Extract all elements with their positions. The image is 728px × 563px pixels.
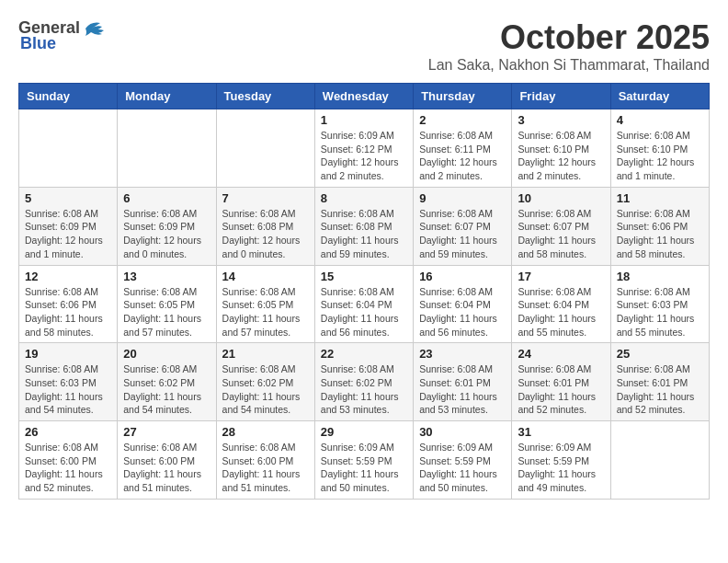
day-number: 19: [25, 347, 111, 361]
day-info: Sunrise: 6:08 AM Sunset: 6:10 PM Dayligh…: [518, 129, 604, 183]
weekday-header-wednesday: Wednesday: [314, 84, 413, 109]
day-info: Sunrise: 6:08 AM Sunset: 6:08 PM Dayligh…: [222, 207, 309, 261]
calendar-cell: [610, 421, 709, 500]
day-info: Sunrise: 6:08 AM Sunset: 6:01 PM Dayligh…: [419, 362, 506, 417]
day-number: 11: [617, 191, 703, 205]
day-number: 10: [518, 191, 604, 205]
day-info: Sunrise: 6:09 AM Sunset: 5:59 PM Dayligh…: [321, 441, 407, 495]
calendar-cell: 7Sunrise: 6:08 AM Sunset: 6:08 PM Daylig…: [216, 187, 314, 265]
day-info: Sunrise: 6:08 AM Sunset: 6:02 PM Dayligh…: [321, 362, 407, 417]
day-number: 23: [419, 347, 506, 361]
day-number: 3: [518, 113, 604, 127]
day-number: 21: [222, 347, 309, 361]
calendar-cell: 10Sunrise: 6:08 AM Sunset: 6:07 PM Dayli…: [512, 187, 610, 265]
calendar-cell: 2Sunrise: 6:08 AM Sunset: 6:11 PM Daylig…: [414, 109, 512, 188]
calendar-cell: 14Sunrise: 6:08 AM Sunset: 6:05 PM Dayli…: [216, 265, 314, 343]
calendar-cell: 11Sunrise: 6:08 AM Sunset: 6:06 PM Dayli…: [610, 187, 709, 265]
weekday-header-thursday: Thursday: [414, 84, 512, 109]
day-number: 7: [222, 191, 309, 205]
day-info: Sunrise: 6:09 AM Sunset: 5:59 PM Dayligh…: [419, 441, 506, 495]
calendar-table: SundayMondayTuesdayWednesdayThursdayFrid…: [18, 83, 710, 500]
day-number: 29: [321, 425, 407, 439]
day-info: Sunrise: 6:08 AM Sunset: 6:03 PM Dayligh…: [25, 362, 111, 417]
title-area: October 2025 Lan Saka, Nakhon Si Thammar…: [428, 18, 710, 74]
day-number: 14: [222, 270, 309, 283]
day-number: 28: [222, 425, 309, 439]
calendar-cell: 26Sunrise: 6:08 AM Sunset: 6:00 PM Dayli…: [19, 421, 118, 500]
calendar-cell: 27Sunrise: 6:08 AM Sunset: 6:00 PM Dayli…: [118, 421, 216, 500]
calendar-cell: 1Sunrise: 6:09 AM Sunset: 6:12 PM Daylig…: [314, 109, 413, 188]
day-number: 24: [518, 347, 604, 361]
day-info: Sunrise: 6:08 AM Sunset: 6:05 PM Dayligh…: [123, 285, 210, 339]
calendar-cell: 22Sunrise: 6:08 AM Sunset: 6:02 PM Dayli…: [314, 343, 413, 421]
calendar-cell: 6Sunrise: 6:08 AM Sunset: 6:09 PM Daylig…: [118, 187, 216, 265]
day-number: 20: [123, 347, 210, 361]
day-number: 12: [25, 270, 111, 283]
day-info: Sunrise: 6:08 AM Sunset: 6:04 PM Dayligh…: [518, 285, 604, 339]
day-number: 2: [419, 113, 506, 127]
calendar-cell: 23Sunrise: 6:08 AM Sunset: 6:01 PM Dayli…: [414, 343, 512, 421]
page-header: General Blue October 2025 Lan Saka, Nakh…: [18, 18, 710, 74]
calendar-cell: 24Sunrise: 6:08 AM Sunset: 6:01 PM Dayli…: [512, 343, 610, 421]
calendar-cell: 25Sunrise: 6:08 AM Sunset: 6:01 PM Dayli…: [610, 343, 709, 421]
day-info: Sunrise: 6:08 AM Sunset: 6:05 PM Dayligh…: [222, 285, 309, 339]
day-info: Sunrise: 6:08 AM Sunset: 6:07 PM Dayligh…: [419, 207, 506, 261]
calendar-cell: 19Sunrise: 6:08 AM Sunset: 6:03 PM Dayli…: [19, 343, 118, 421]
day-info: Sunrise: 6:08 AM Sunset: 6:02 PM Dayligh…: [123, 362, 210, 417]
calendar-cell: 8Sunrise: 6:08 AM Sunset: 6:08 PM Daylig…: [314, 187, 413, 265]
day-info: Sunrise: 6:08 AM Sunset: 6:11 PM Dayligh…: [419, 129, 506, 183]
logo-blue-text: Blue: [20, 34, 56, 53]
calendar-cell: 20Sunrise: 6:08 AM Sunset: 6:02 PM Dayli…: [118, 343, 216, 421]
day-info: Sunrise: 6:08 AM Sunset: 6:04 PM Dayligh…: [321, 285, 407, 339]
month-title: October 2025: [428, 18, 710, 57]
day-number: 9: [419, 191, 506, 205]
day-info: Sunrise: 6:08 AM Sunset: 6:10 PM Dayligh…: [617, 129, 703, 183]
day-number: 26: [25, 425, 111, 439]
day-info: Sunrise: 6:09 AM Sunset: 6:12 PM Dayligh…: [321, 129, 407, 183]
calendar-cell: 5Sunrise: 6:08 AM Sunset: 6:09 PM Daylig…: [19, 187, 118, 265]
weekday-header-row: SundayMondayTuesdayWednesdayThursdayFrid…: [19, 84, 710, 109]
calendar-cell: 9Sunrise: 6:08 AM Sunset: 6:07 PM Daylig…: [414, 187, 512, 265]
day-info: Sunrise: 6:08 AM Sunset: 6:07 PM Dayligh…: [518, 207, 604, 261]
calendar-cell: 15Sunrise: 6:08 AM Sunset: 6:04 PM Dayli…: [314, 265, 413, 343]
day-number: 5: [25, 191, 111, 205]
calendar-week-row: 12Sunrise: 6:08 AM Sunset: 6:06 PM Dayli…: [19, 265, 710, 343]
weekday-header-friday: Friday: [512, 84, 610, 109]
calendar-cell: [19, 109, 118, 188]
day-number: 6: [123, 191, 210, 205]
day-info: Sunrise: 6:08 AM Sunset: 6:06 PM Dayligh…: [25, 285, 111, 339]
day-number: 30: [419, 425, 506, 439]
weekday-header-monday: Monday: [118, 84, 216, 109]
day-number: 25: [617, 347, 703, 361]
day-info: Sunrise: 6:08 AM Sunset: 6:06 PM Dayligh…: [617, 207, 703, 261]
calendar-cell: 21Sunrise: 6:08 AM Sunset: 6:02 PM Dayli…: [216, 343, 314, 421]
calendar-cell: 28Sunrise: 6:08 AM Sunset: 6:00 PM Dayli…: [216, 421, 314, 500]
calendar-cell: 29Sunrise: 6:09 AM Sunset: 5:59 PM Dayli…: [314, 421, 413, 500]
calendar-cell: 13Sunrise: 6:08 AM Sunset: 6:05 PM Dayli…: [118, 265, 216, 343]
day-number: 27: [123, 425, 210, 439]
day-number: 16: [419, 270, 506, 283]
calendar-cell: 12Sunrise: 6:08 AM Sunset: 6:06 PM Dayli…: [19, 265, 118, 343]
weekday-header-tuesday: Tuesday: [216, 84, 314, 109]
day-number: 22: [321, 347, 407, 361]
day-info: Sunrise: 6:08 AM Sunset: 6:02 PM Dayligh…: [222, 362, 309, 417]
calendar-cell: 31Sunrise: 6:09 AM Sunset: 5:59 PM Dayli…: [512, 421, 610, 500]
calendar-cell: 30Sunrise: 6:09 AM Sunset: 5:59 PM Dayli…: [414, 421, 512, 500]
calendar-cell: [216, 109, 314, 188]
calendar-cell: 17Sunrise: 6:08 AM Sunset: 6:04 PM Dayli…: [512, 265, 610, 343]
day-info: Sunrise: 6:08 AM Sunset: 6:01 PM Dayligh…: [518, 362, 604, 417]
weekday-header-sunday: Sunday: [19, 84, 118, 109]
logo-bird-icon: [82, 19, 108, 38]
day-info: Sunrise: 6:08 AM Sunset: 6:03 PM Dayligh…: [617, 285, 703, 339]
calendar-week-row: 1Sunrise: 6:09 AM Sunset: 6:12 PM Daylig…: [19, 109, 710, 188]
day-number: 13: [123, 270, 210, 283]
day-info: Sunrise: 6:08 AM Sunset: 6:00 PM Dayligh…: [25, 441, 111, 495]
day-number: 18: [617, 270, 703, 283]
calendar-week-row: 5Sunrise: 6:08 AM Sunset: 6:09 PM Daylig…: [19, 187, 710, 265]
day-info: Sunrise: 6:08 AM Sunset: 6:08 PM Dayligh…: [321, 207, 407, 261]
day-number: 4: [617, 113, 703, 127]
day-info: Sunrise: 6:08 AM Sunset: 6:09 PM Dayligh…: [123, 207, 210, 261]
day-info: Sunrise: 6:09 AM Sunset: 5:59 PM Dayligh…: [518, 441, 604, 495]
day-info: Sunrise: 6:08 AM Sunset: 6:09 PM Dayligh…: [25, 207, 111, 261]
day-number: 15: [321, 270, 407, 283]
